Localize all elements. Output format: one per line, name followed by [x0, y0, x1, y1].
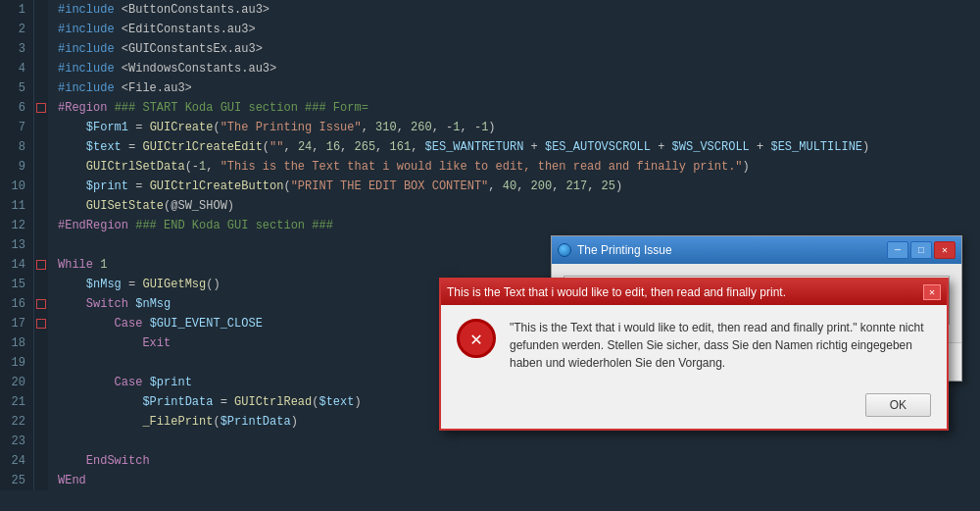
code-line: 12#EndRegion ### END Koda GUI section ##…: [0, 216, 980, 235]
printing-window-title: The Printing Issue: [577, 243, 881, 257]
code-line: 6#Region ### START Koda GUI section ### …: [0, 98, 980, 118]
line-number: 21: [0, 392, 34, 412]
breakpoint-area: [34, 373, 48, 392]
code-line: 23: [0, 432, 980, 451]
breakpoint-area: [34, 59, 48, 78]
line-content: $Form1 = GUICreate("The Printing Issue",…: [48, 118, 496, 137]
maximize-button[interactable]: □: [910, 241, 932, 259]
error-message: "This is the Text that i would like to e…: [510, 319, 931, 372]
code-line: 11 GUISetState(@SW_SHOW): [0, 196, 980, 216]
breakpoint-area: [34, 451, 48, 471]
ok-button[interactable]: OK: [865, 393, 931, 417]
error-close-button[interactable]: ✕: [923, 284, 941, 300]
line-content: #include <WindowsConstants.au3>: [48, 59, 276, 78]
error-dialog[interactable]: This is the Text that i would like to ed…: [439, 278, 949, 431]
line-number: 24: [0, 451, 34, 471]
breakpoint-area: [34, 0, 48, 20]
line-number: 17: [0, 314, 34, 333]
line-number: 19: [0, 353, 34, 373]
line-number: 13: [0, 235, 34, 255]
line-number: 1: [0, 0, 34, 20]
line-number: 20: [0, 373, 34, 392]
breakpoint-area: [34, 255, 48, 275]
breakpoint-area: [34, 353, 48, 373]
line-content: _FilePrint($PrintData): [48, 412, 298, 432]
breakpoint-area: [34, 412, 48, 432]
line-content: #include <File.au3>: [48, 78, 192, 98]
line-content: Switch $nMsg: [48, 294, 171, 314]
line-number: 25: [0, 471, 34, 490]
line-content: [48, 432, 58, 451]
line-content: #EndRegion ### END Koda GUI section ###: [48, 216, 333, 235]
line-content: While 1: [48, 255, 107, 275]
line-number: 3: [0, 39, 34, 59]
line-content: #include <GUIConstantsEx.au3>: [48, 39, 263, 59]
line-content: #include <ButtonConstants.au3>: [48, 0, 270, 20]
breakpoint-area: [34, 177, 48, 196]
line-number: 2: [0, 20, 34, 39]
breakpoint-area: [34, 20, 48, 39]
line-content: #Region ### START Koda GUI section ### F…: [48, 98, 368, 118]
breakpoint-area: [34, 294, 48, 314]
breakpoint-area: [34, 137, 48, 157]
line-content: GUISetState(@SW_SHOW): [48, 196, 234, 216]
line-content: Exit: [48, 333, 171, 353]
printing-window-titlebar: The Printing Issue ─ □ ✕: [552, 236, 961, 264]
code-line: 7 $Form1 = GUICreate("The Printing Issue…: [0, 118, 980, 137]
line-number: 16: [0, 294, 34, 314]
line-content: [48, 235, 58, 255]
line-content: $nMsg = GUIGetMsg(): [48, 275, 220, 294]
breakpoint-area: [34, 275, 48, 294]
breakpoint-area: [34, 314, 48, 333]
line-content: EndSwitch: [48, 451, 150, 471]
breakpoint-area: [34, 118, 48, 137]
line-number: 14: [0, 255, 34, 275]
line-number: 6: [0, 98, 34, 118]
breakpoint-area: [34, 432, 48, 451]
breakpoint-area: [34, 196, 48, 216]
line-number: 8: [0, 137, 34, 157]
code-line: 24 EndSwitch: [0, 451, 980, 471]
code-line: 1#include <ButtonConstants.au3>: [0, 0, 980, 20]
code-editor: 1#include <ButtonConstants.au3>2#include…: [0, 0, 980, 511]
line-number: 23: [0, 432, 34, 451]
window-controls[interactable]: ─ □ ✕: [887, 241, 956, 259]
line-content: GUICtrlSetData(-1, "This is the Text tha…: [48, 157, 750, 177]
line-content: $print = GUICtrlCreateButton("PRINT THE …: [48, 177, 622, 196]
breakpoint-area: [34, 392, 48, 412]
breakpoint-area: [34, 235, 48, 255]
code-line: 8 $text = GUICtrlCreateEdit("", 24, 16, …: [0, 137, 980, 157]
line-number: 9: [0, 157, 34, 177]
line-number: 18: [0, 333, 34, 353]
window-close-button[interactable]: ✕: [934, 241, 956, 259]
breakpoint-area: [34, 471, 48, 490]
line-number: 12: [0, 216, 34, 235]
line-number: 4: [0, 59, 34, 78]
line-number: 5: [0, 78, 34, 98]
line-number: 11: [0, 196, 34, 216]
breakpoint-area: [34, 98, 48, 118]
code-line: 10 $print = GUICtrlCreateButton("PRINT T…: [0, 177, 980, 196]
breakpoint-area: [34, 333, 48, 353]
breakpoint-area: [34, 39, 48, 59]
line-content: [48, 353, 58, 373]
line-content: #include <EditConstants.au3>: [48, 20, 256, 39]
line-content: WEnd: [48, 471, 86, 490]
error-body: ✕ "This is the Text that i would like to…: [441, 305, 947, 385]
code-line: 2#include <EditConstants.au3>: [0, 20, 980, 39]
window-icon: [558, 243, 571, 257]
code-line: 5#include <File.au3>: [0, 78, 980, 98]
breakpoint-area: [34, 157, 48, 177]
code-line: 9 GUICtrlSetData(-1, "This is the Text t…: [0, 157, 980, 177]
line-number: 15: [0, 275, 34, 294]
code-line: 25WEnd: [0, 471, 980, 490]
code-line: 3#include <GUIConstantsEx.au3>: [0, 39, 980, 59]
line-number: 7: [0, 118, 34, 137]
line-number: 22: [0, 412, 34, 432]
breakpoint-area: [34, 216, 48, 235]
line-content: Case $print: [48, 373, 192, 392]
minimize-button[interactable]: ─: [887, 241, 908, 259]
error-title: This is the Text that i would like to ed…: [447, 285, 923, 299]
error-footer: OK: [441, 385, 947, 429]
line-content: Case $GUI_EVENT_CLOSE: [48, 314, 263, 333]
